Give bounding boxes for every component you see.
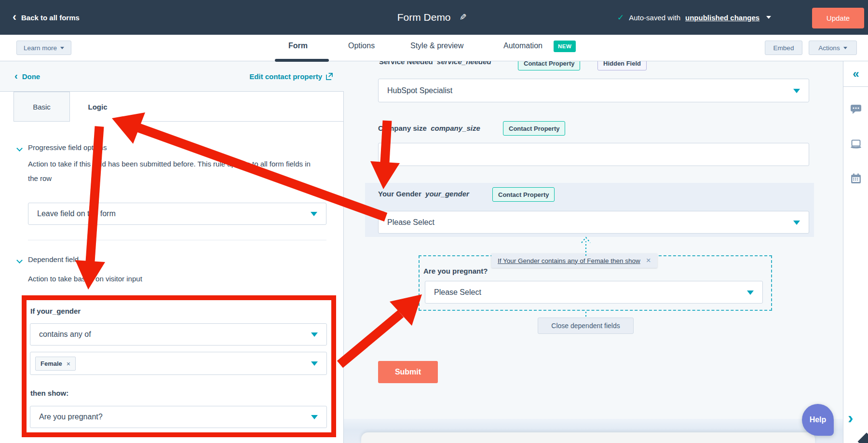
next-section-card-edge	[361, 432, 815, 443]
collapse-panel-icon[interactable]: «	[853, 67, 859, 81]
remove-tag-icon[interactable]: ×	[67, 360, 70, 368]
update-button[interactable]: Update	[812, 8, 864, 28]
gender-select[interactable]: Please Select	[378, 211, 809, 234]
rule-operator-select[interactable]: contains any of	[30, 323, 327, 346]
submit-button[interactable]: Submit	[378, 361, 438, 383]
tab-form[interactable]: Form	[288, 42, 308, 50]
comments-icon[interactable]	[843, 104, 868, 114]
panel-tab-logic[interactable]: Logic	[70, 92, 125, 122]
dependent-select[interactable]: Please Select	[425, 281, 763, 304]
gender-select-value: Please Select	[387, 218, 434, 227]
tab-options[interactable]: Options	[348, 42, 375, 50]
edit-pencil-icon[interactable]: ✎	[460, 12, 467, 23]
service-field-label: Service Needed service_needed	[379, 61, 491, 66]
autosave-status: ✓ Auto-saved with unpublished changes	[617, 0, 771, 35]
panel-tab-basic[interactable]: Basic	[14, 92, 70, 122]
done-label: Done	[22, 72, 41, 81]
dropdown-caret-icon	[311, 212, 317, 216]
dropdown-caret-icon	[311, 361, 318, 366]
dependency-rule-pill: If Your Gender contains any of Female th…	[491, 253, 657, 268]
annotation-highlight-box: If your_gender contains any of Female × …	[22, 295, 336, 437]
close-dependent-fields-button[interactable]: Close dependent fields	[538, 318, 634, 334]
new-badge: NEW	[554, 41, 576, 52]
edit-link-label: Edit contact property	[249, 72, 322, 81]
section-divider	[28, 240, 326, 240]
rule-operator-value: contains any of	[39, 330, 91, 339]
gender-field-label: Your Gender your_gender	[378, 190, 469, 198]
form-title-group: Form Demo ✎	[397, 0, 467, 35]
rule-show-select[interactable]: Are you pregnant?	[30, 406, 327, 428]
autosave-text: Auto-saved with	[629, 14, 680, 22]
corner-widget	[858, 433, 868, 443]
progressive-options-desc: Action to take if this field has been su…	[28, 157, 321, 186]
service-select-value: HubSpot Specialist	[387, 86, 452, 95]
remove-rule-icon[interactable]: ×	[646, 256, 651, 265]
active-tab-indicator	[275, 59, 329, 62]
calendar-icon[interactable]	[843, 173, 868, 184]
selected-value-tag: Female ×	[35, 357, 76, 371]
gender-internal-name: your_gender	[425, 190, 469, 198]
form-preview: Service Needed service_needed Contact Pr…	[344, 61, 843, 419]
tag-label: Female	[41, 360, 62, 367]
help-button[interactable]: Help	[802, 404, 834, 436]
company-label-text: Company size	[378, 124, 427, 132]
dropdown-caret-icon	[311, 332, 318, 337]
tabs-divider	[125, 121, 344, 122]
tab-automation[interactable]: Automation	[503, 42, 542, 50]
dependent-question-label: Are you pregnant?	[423, 267, 488, 275]
company-field-label: Company size company_size	[378, 124, 480, 132]
learn-more-label: Learn more	[24, 44, 57, 52]
dependency-rule-link[interactable]: If Your Gender contains any of Female th…	[498, 257, 640, 264]
rule-value-multiselect[interactable]: Female ×	[30, 352, 327, 375]
expand-chevron-icon[interactable]: ›	[848, 408, 853, 427]
done-button[interactable]: ‹ Done	[14, 61, 40, 92]
dropdown-caret-icon	[747, 291, 754, 295]
unpublished-changes-link[interactable]: unpublished changes	[685, 14, 760, 22]
chevron-down-icon	[60, 47, 64, 49]
right-rail: «	[843, 61, 868, 443]
dropdown-caret-icon	[793, 221, 800, 225]
back-label: Back to all forms	[21, 14, 80, 22]
progressive-action-value: Leave field on the form	[37, 209, 116, 218]
dropdown-caret-icon	[793, 89, 800, 93]
service-label-text: Service Needed	[379, 61, 433, 66]
contact-property-badge: Contact Property	[492, 187, 555, 202]
embed-button[interactable]: Embed	[765, 41, 802, 55]
service-internal-name: service_needed	[437, 61, 491, 66]
editor-nav: Learn more Form Options Style & preview …	[0, 35, 868, 61]
progressive-action-select[interactable]: Leave field on the form	[28, 203, 326, 225]
rule-if-label: If your_gender	[30, 307, 81, 315]
dropdown-caret-icon	[311, 415, 318, 419]
progressive-options-title: Progressive field options	[28, 143, 107, 152]
rule-then-label: then show:	[30, 389, 68, 397]
chevron-down-icon[interactable]	[766, 16, 771, 19]
service-select[interactable]: HubSpot Specialist	[378, 79, 809, 102]
rail-header: «	[843, 61, 868, 87]
dependent-select-value: Please Select	[434, 288, 481, 297]
contact-property-badge: Contact Property	[503, 121, 565, 136]
chevron-down-icon	[843, 47, 847, 49]
dependent-field-title: Dependent field	[28, 255, 79, 263]
webpage-icon[interactable]	[843, 139, 868, 149]
back-to-forms-link[interactable]: ‹ Back to all forms	[13, 0, 80, 35]
check-icon: ✓	[617, 13, 624, 23]
field-editor-panel: ‹ Done Edit contact property Basic Logic…	[0, 61, 344, 443]
tab-style-preview[interactable]: Style & preview	[410, 42, 463, 50]
section-chevron-icon[interactable]	[16, 257, 23, 263]
actions-label: Actions	[818, 44, 840, 52]
external-link-icon	[326, 73, 333, 80]
actions-button[interactable]: Actions	[809, 41, 857, 55]
company-internal-name: company_size	[431, 124, 480, 132]
page-title: Form Demo	[397, 12, 451, 23]
contact-property-badge: Contact Property	[518, 61, 580, 70]
gender-label-text: Your Gender	[378, 190, 421, 198]
edit-contact-property-link[interactable]: Edit contact property	[249, 61, 333, 92]
dependent-field-desc: Action to take based on visitor input	[28, 272, 142, 286]
learn-more-button[interactable]: Learn more	[16, 41, 71, 55]
chevron-left-icon: ‹	[14, 70, 18, 82]
company-size-input[interactable]	[378, 143, 809, 166]
rule-show-value: Are you pregnant?	[39, 413, 103, 421]
hidden-field-badge: Hidden Field	[597, 61, 647, 70]
panel-header: ‹ Done Edit contact property	[0, 61, 344, 92]
section-chevron-icon[interactable]	[16, 145, 23, 152]
